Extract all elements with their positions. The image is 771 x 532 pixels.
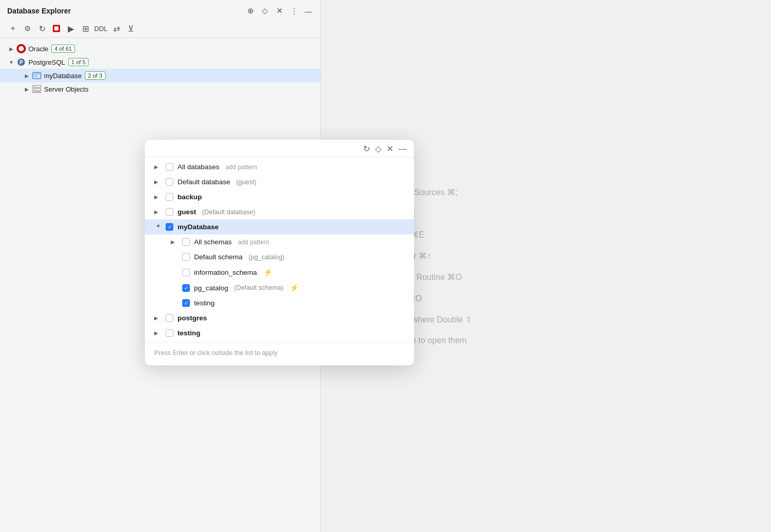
popup-item-guest[interactable]: ▶ guest (Default database)	[145, 204, 414, 219]
popup-item-mydatabase[interactable]: ▼ myDatabase	[145, 219, 414, 234]
postgresql-item[interactable]: ▼ P PostgreSQL 1 of 5	[0, 55, 320, 69]
all-schemas-checkbox[interactable]	[182, 238, 190, 246]
guest-checkbox[interactable]	[166, 208, 173, 216]
oracle-item[interactable]: ▶ Oracle 4 of 61	[0, 42, 320, 55]
postgresql-icon: P	[17, 57, 26, 67]
popup-footer-text: Press Enter or click outside the list to…	[154, 349, 277, 357]
shortcut-go-to-table: Go to Table or Routine ⌘O	[362, 272, 730, 282]
add-icon[interactable]: +	[7, 23, 19, 34]
mydatabase-item[interactable]: ▶ myDatabase 2 of 3	[0, 69, 320, 82]
mydatabase-popup-checkbox[interactable]	[166, 223, 173, 231]
server-objects-icon	[32, 84, 41, 94]
testing-child-checkbox[interactable]	[182, 299, 190, 307]
default-schema-checkbox[interactable]	[182, 253, 190, 261]
popup-item-testing-child[interactable]: testing	[161, 295, 414, 311]
all-databases-checkbox[interactable]	[166, 163, 173, 171]
all-databases-label: All databases	[177, 163, 219, 171]
default-database-checkbox[interactable]	[166, 178, 173, 186]
popup-minimize-icon[interactable]: —	[398, 144, 407, 154]
popup-item-default-schema[interactable]: Default schema (pg_catalog)	[161, 249, 414, 264]
shortcut-list: Manage Data Sources ⌘; Files View ⌘2 Rec…	[362, 187, 730, 345]
shortcut-files-view: Files View ⌘2	[362, 209, 730, 218]
backup-checkbox[interactable]	[166, 193, 173, 201]
svg-text:P: P	[20, 60, 23, 65]
popup-refresh-icon[interactable]: ↻	[363, 144, 370, 154]
grid-icon[interactable]: ⊞	[80, 23, 91, 34]
testing-top-chevron: ▶	[154, 330, 161, 336]
oracle-icon	[17, 44, 26, 53]
svg-rect-6	[34, 73, 40, 75]
shortcut-recent-files: Recent Files ⌘E	[362, 230, 730, 240]
minimize-icon[interactable]: —	[304, 6, 313, 16]
filter-icon[interactable]: ⊻	[125, 23, 137, 34]
pg-catalog-lightning-icon: ⚡	[290, 284, 299, 292]
guest-label: guest	[177, 208, 196, 216]
server-objects-chevron: ▶	[23, 85, 31, 93]
pg-catalog-checkbox[interactable]	[182, 284, 190, 292]
svg-rect-7	[34, 76, 38, 77]
popup-item-testing-top[interactable]: ▶ testing	[145, 326, 414, 341]
close-icon[interactable]: ✕	[275, 6, 284, 16]
pg-catalog-label: pg_catalog	[194, 284, 228, 292]
all-databases-add-pattern[interactable]: add pattern	[226, 164, 257, 171]
pg-catalog-sublabel: (Default schema)	[232, 284, 284, 291]
left-panel: Database Explorer ⊕ ◇ ✕ ⋮ — + ⚙ ↻ ▶ ⊞ DD…	[0, 0, 321, 532]
default-database-chevron: ▶	[154, 179, 161, 185]
diamond-icon[interactable]: ◇	[260, 6, 270, 16]
target-icon[interactable]: ⊕	[246, 6, 255, 16]
guest-chevron: ▶	[154, 209, 161, 215]
popup-item-all-schemas[interactable]: ▶ All schemas add pattern	[161, 234, 414, 249]
mydatabase-badge: 2 of 3	[85, 71, 106, 80]
information-schema-checkbox[interactable]	[182, 269, 190, 276]
popup-dialog: ↻ ◇ ✕ — ▶ All databases add pattern ▶ De…	[145, 140, 414, 365]
mydatabase-popup-chevron: ▼	[155, 224, 161, 231]
postgresql-label: PostgreSQL	[28, 58, 65, 66]
postgres-chevron: ▶	[154, 315, 161, 321]
information-schema-lightning-icon: ⚡	[263, 268, 272, 276]
play-icon[interactable]: ▶	[65, 23, 77, 34]
server-objects-item[interactable]: ▶ Server Objects	[0, 82, 320, 96]
all-schemas-chevron: ▶	[171, 239, 178, 245]
popup-close-icon[interactable]: ✕	[387, 144, 393, 154]
popup-item-information-schema[interactable]: information_schema ⚡	[161, 264, 414, 280]
shortcut-search-everywhere: Search Everywhere Double ⇧	[362, 315, 730, 324]
testing-top-label: testing	[177, 329, 200, 337]
popup-item-default-database[interactable]: ▶ Default database (guest)	[145, 174, 414, 189]
information-schema-label: information_schema	[194, 269, 257, 276]
settings-icon[interactable]: ⚙	[22, 23, 33, 34]
popup-item-backup[interactable]: ▶ backup	[145, 189, 414, 204]
popup-item-pg-catalog[interactable]: pg_catalog (Default schema) ⚡	[161, 280, 414, 295]
popup-item-all-databases[interactable]: ▶ All databases add pattern	[145, 159, 414, 174]
popup-diamond-icon[interactable]: ◇	[375, 144, 381, 154]
mydatabase-chevron: ▶	[23, 71, 31, 80]
shortcut-go-to-file: Go to File ⇧⌘O	[362, 293, 730, 303]
svg-rect-1	[54, 26, 58, 31]
postgres-checkbox[interactable]	[166, 314, 173, 322]
testing-top-checkbox[interactable]	[166, 329, 173, 337]
panel-header: Database Explorer ⊕ ◇ ✕ ⋮ —	[0, 0, 320, 20]
more-icon[interactable]: ⋮	[289, 6, 299, 16]
mydatabase-icon	[32, 71, 41, 80]
popup-footer: Press Enter or click outside the list to…	[145, 343, 414, 365]
oracle-badge: 4 of 61	[51, 45, 75, 53]
backup-chevron: ▶	[154, 194, 161, 200]
all-schemas-add-pattern[interactable]: add pattern	[238, 239, 270, 246]
svg-rect-8	[33, 85, 41, 87]
all-databases-chevron: ▶	[154, 164, 161, 170]
toolbar: + ⚙ ↻ ▶ ⊞ DDL ⇄ ⊻	[0, 20, 320, 38]
postgres-label: postgres	[177, 314, 207, 322]
svg-rect-9	[33, 88, 41, 91]
ddl-label[interactable]: DDL	[94, 25, 108, 33]
popup-list: ▶ All databases add pattern ▶ Default da…	[145, 157, 414, 343]
default-schema-sublabel: (pg_catalog)	[247, 254, 285, 261]
arrows-icon[interactable]: ⇄	[111, 23, 122, 34]
record-icon[interactable]	[51, 23, 62, 34]
mydatabase-label: myDatabase	[44, 72, 82, 80]
default-database-label: Default database	[177, 178, 230, 186]
refresh-icon[interactable]: ↻	[36, 23, 48, 34]
svg-rect-10	[33, 92, 41, 93]
postgresql-chevron: ▼	[7, 58, 16, 66]
panel-title: Database Explorer	[7, 7, 71, 15]
backup-label: backup	[177, 193, 202, 201]
popup-item-postgres[interactable]: ▶ postgres	[145, 311, 414, 326]
